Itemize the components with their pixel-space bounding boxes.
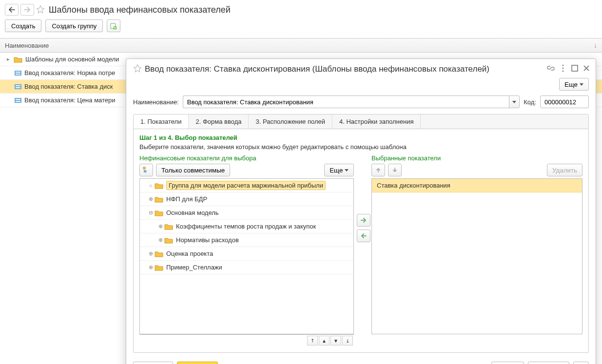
more-menu-button[interactable]: Еще <box>559 78 589 91</box>
item-icon <box>15 71 21 76</box>
favorite-star-icon[interactable] <box>36 5 45 15</box>
svg-point-12 <box>563 68 564 69</box>
chevron-down-icon <box>580 83 583 86</box>
name-dropdown-button[interactable] <box>509 96 520 107</box>
code-input[interactable] <box>540 96 589 107</box>
close-icon[interactable] <box>583 65 590 73</box>
code-label: Код: <box>524 98 536 106</box>
svg-rect-3 <box>16 72 20 73</box>
item-icon <box>15 84 21 89</box>
svg-rect-4 <box>16 74 20 75</box>
svg-point-11 <box>563 65 564 66</box>
create-button[interactable]: Создать <box>5 19 41 32</box>
page-title: Шаблоны ввода нефинансовых показателей <box>49 5 231 15</box>
dialog-title: Ввод показателя: Ставка дисконтирования … <box>145 64 547 74</box>
folder-icon <box>14 56 22 63</box>
svg-point-13 <box>563 71 564 72</box>
svg-rect-2 <box>15 71 21 76</box>
svg-rect-14 <box>572 65 578 71</box>
svg-rect-10 <box>16 101 20 102</box>
link-icon[interactable] <box>547 64 555 74</box>
create-group-button[interactable]: Создать группу <box>45 19 103 32</box>
svg-rect-8 <box>15 98 21 103</box>
more-vert-icon[interactable] <box>560 64 566 74</box>
maximize-icon[interactable] <box>571 65 578 73</box>
svg-rect-9 <box>16 99 20 100</box>
grid-column-header[interactable]: Наименование ↓ <box>0 38 602 53</box>
nav-forward-button[interactable] <box>20 4 34 16</box>
svg-rect-7 <box>16 87 20 88</box>
svg-rect-5 <box>15 84 21 89</box>
favorite-star-icon[interactable] <box>133 64 142 74</box>
refresh-icon-button[interactable] <box>107 19 120 32</box>
svg-rect-6 <box>16 85 20 86</box>
sort-indicator-icon: ↓ <box>594 41 597 49</box>
name-label: Наименование: <box>133 98 179 106</box>
expand-toggle-icon[interactable]: ▸ <box>5 56 12 62</box>
nav-back-button[interactable] <box>5 4 19 16</box>
item-icon <box>15 98 21 103</box>
name-input[interactable] <box>183 96 509 107</box>
dialog-window: Ввод показателя: Ставка дисконтирования … <box>126 58 596 107</box>
